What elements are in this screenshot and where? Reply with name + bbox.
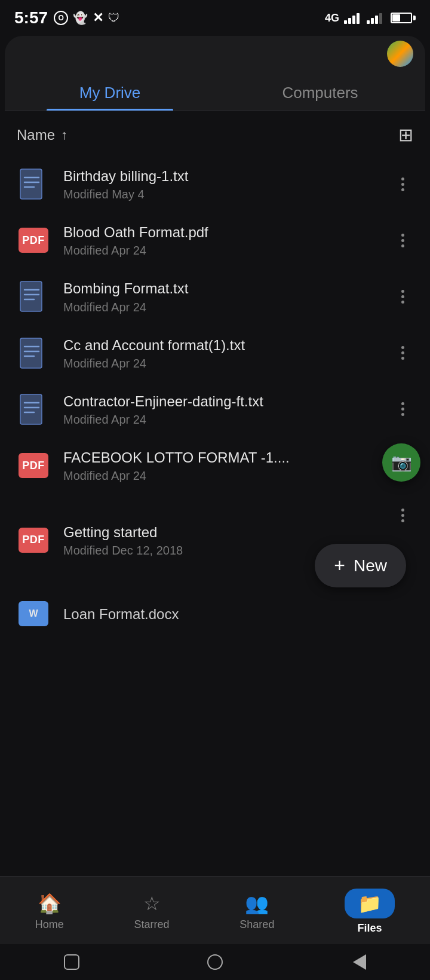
- svg-rect-0: [20, 169, 42, 199]
- file-name: Blood Oath Format.pdf: [63, 223, 379, 241]
- file-icon-wrap: [17, 167, 50, 201]
- file-list: Birthday billing-1.txt Modified May 4 PD…: [0, 156, 430, 653]
- file-name: Loan Format.docx: [63, 605, 413, 623]
- folder-icon: 📁: [358, 892, 382, 915]
- file-icon-wrap: [17, 336, 50, 370]
- file-modified: Modified Apr 24: [63, 244, 379, 258]
- file-name: Getting started: [63, 523, 314, 541]
- snapchat-icon: 👻: [73, 11, 88, 25]
- back-arrow-icon: [353, 954, 366, 970]
- new-fab-button[interactable]: + New: [315, 544, 406, 587]
- list-item[interactable]: PDF Getting started Modified Dec 12, 201…: [0, 494, 430, 586]
- nav-label-files: Files: [358, 922, 382, 935]
- back-button[interactable]: [343, 947, 373, 977]
- nav-item-starred[interactable]: ☆ Starred: [122, 889, 182, 935]
- new-label: New: [354, 556, 387, 575]
- status-left: 5:57 O 👻 ✕ 🛡: [14, 8, 120, 27]
- file-modified: Modified Dec 12, 2018: [63, 544, 314, 558]
- sort-arrow-icon: ↑: [61, 127, 67, 143]
- home-button[interactable]: [200, 947, 230, 977]
- more-options-button[interactable]: [392, 504, 413, 526]
- opera-icon: O: [54, 11, 68, 25]
- shield-icon: 🛡: [108, 11, 120, 25]
- file-icon-wrap: [17, 393, 50, 426]
- svg-rect-8: [20, 338, 42, 368]
- list-item[interactable]: PDF FACEBOOK LOTTO FORMAT -1.... Modifie…: [0, 437, 430, 494]
- top-strip: [5, 36, 425, 72]
- nav-item-files[interactable]: 📁 Files: [333, 885, 407, 938]
- file-name: Cc and Account format(1).txt: [63, 336, 379, 354]
- status-right: 4G: [325, 12, 416, 24]
- status-icons: O 👻 ✕ 🛡: [54, 10, 120, 26]
- x-icon: ✕: [93, 10, 103, 26]
- system-nav: [0, 944, 430, 980]
- tab-my-drive[interactable]: My Drive: [5, 72, 215, 111]
- file-info: Blood Oath Format.pdf Modified Apr 24: [63, 223, 379, 258]
- file-icon-wrap: PDF: [17, 223, 50, 257]
- file-icon-wrap: PDF: [17, 449, 50, 482]
- nav-label-home: Home: [35, 918, 64, 931]
- txt-file-icon: [19, 280, 48, 313]
- square-icon: [64, 954, 79, 970]
- file-info: FACEBOOK LOTTO FORMAT -1.... Modified Ap…: [63, 448, 379, 483]
- file-icon-wrap: PDF: [17, 523, 50, 557]
- recent-apps-button[interactable]: [57, 947, 87, 977]
- file-modified: Modified Apr 24: [63, 301, 379, 314]
- file-modified: Modified Apr 24: [63, 469, 379, 483]
- file-info: Contractor-Enjineer-dating-ft.txt Modifi…: [63, 392, 379, 427]
- nav-label-shared: Shared: [239, 918, 274, 931]
- status-bar: 5:57 O 👻 ✕ 🛡 4G: [0, 0, 430, 36]
- file-info: Bombing Format.txt Modified Apr 24: [63, 279, 379, 314]
- pdf-file-icon: PDF: [19, 228, 48, 253]
- pdf-file-icon: PDF: [19, 453, 48, 478]
- file-info: Birthday billing-1.txt Modified May 4: [63, 167, 379, 201]
- more-options-button[interactable]: [392, 286, 413, 307]
- folder-icon-wrap: 📁: [345, 889, 395, 918]
- plus-icon: +: [334, 555, 345, 577]
- shared-icon: 👥: [245, 892, 269, 915]
- txt-file-icon: [19, 336, 48, 370]
- file-info: Loan Format.docx: [63, 605, 413, 623]
- file-info: Getting started Modified Dec 12, 2018: [63, 523, 314, 558]
- tab-computers[interactable]: Computers: [215, 72, 425, 111]
- nav-item-shared[interactable]: 👥 Shared: [228, 889, 286, 935]
- more-options-button[interactable]: [392, 229, 413, 251]
- lte-badge: 4G: [325, 12, 339, 24]
- svg-rect-4: [20, 281, 42, 311]
- list-item[interactable]: Contractor-Enjineer-dating-ft.txt Modifi…: [0, 381, 430, 437]
- star-icon: ☆: [143, 892, 161, 915]
- list-item[interactable]: PDF Blood Oath Format.pdf Modified Apr 2…: [0, 212, 430, 268]
- camera-icon: 📷: [391, 452, 412, 472]
- list-item[interactable]: Bombing Format.txt Modified Apr 24: [0, 268, 430, 324]
- file-name: Birthday billing-1.txt: [63, 167, 379, 185]
- scan-fab-button[interactable]: 📷: [382, 443, 420, 482]
- file-modified: Modified May 4: [63, 188, 379, 201]
- avatar[interactable]: [387, 41, 413, 67]
- nav-label-starred: Starred: [134, 918, 170, 931]
- tabs-container: My Drive Computers: [5, 72, 425, 111]
- sort-row: Name ↑ ⊞: [0, 111, 430, 156]
- more-options-button[interactable]: [392, 173, 413, 195]
- pdf-file-icon: PDF: [19, 528, 48, 553]
- sort-label[interactable]: Name ↑: [17, 127, 67, 143]
- more-options-button[interactable]: [392, 342, 413, 364]
- txt-file-icon: [19, 167, 48, 201]
- list-item[interactable]: Cc and Account format(1).txt Modified Ap…: [0, 325, 430, 381]
- file-modified: Modified Apr 24: [63, 357, 379, 370]
- nav-item-home[interactable]: 🏠 Home: [23, 889, 76, 935]
- file-modified: Modified Apr 24: [63, 413, 379, 427]
- file-name: Bombing Format.txt: [63, 279, 379, 298]
- file-icon-wrap: [17, 280, 50, 313]
- status-time: 5:57: [14, 8, 48, 27]
- grid-view-icon[interactable]: ⊞: [398, 124, 413, 145]
- list-item[interactable]: Birthday billing-1.txt Modified May 4: [0, 156, 430, 212]
- battery-indicator: [391, 13, 416, 23]
- docx-file-icon: W: [19, 601, 48, 626]
- list-item[interactable]: W Loan Format.docx: [0, 586, 430, 641]
- svg-rect-12: [20, 394, 42, 424]
- file-name: FACEBOOK LOTTO FORMAT -1....: [63, 448, 379, 467]
- file-name: Contractor-Enjineer-dating-ft.txt: [63, 392, 379, 411]
- more-options-button[interactable]: [392, 399, 413, 420]
- signal-bars-1: [344, 12, 360, 24]
- home-icon: 🏠: [38, 892, 62, 915]
